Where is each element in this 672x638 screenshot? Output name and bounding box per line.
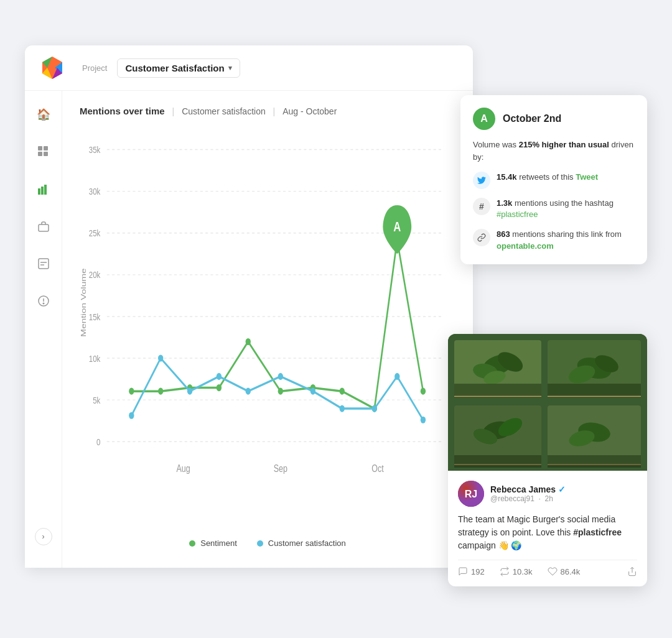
tweet-handle: @rebeccaj91 · 2h [490, 494, 637, 503]
legend-satisfaction-label: Customer satisfaction [268, 539, 346, 548]
tweet-hashtag: #plasticfree [573, 527, 622, 537]
tweet-body: RJ Rebecca James ✓ @rebeccaj91 · 2h [448, 471, 647, 586]
annotation-header: A October 2nd [473, 108, 635, 130]
svg-text:10k: 10k [89, 353, 101, 364]
chart-legend: Sentiment Customer satisfaction [80, 529, 455, 553]
svg-rect-14 [39, 224, 49, 231]
tweet-text: The team at Magic Burger's social media … [458, 513, 637, 552]
chevron-down-icon: ▾ [228, 64, 232, 72]
svg-rect-10 [44, 152, 48, 156]
retweet-count: 10.3k [513, 567, 533, 576]
svg-rect-65 [548, 384, 641, 396]
tweet-reply-button[interactable]: 192 [458, 566, 485, 576]
annotation-card: A October 2nd Volume was 215% higher tha… [460, 95, 647, 264]
project-label: Project [82, 63, 107, 73]
svg-rect-64 [454, 384, 541, 396]
satisfaction-dot [372, 405, 377, 412]
tweet-like-button[interactable]: 86.4k [548, 566, 581, 576]
svg-text:20k: 20k [89, 270, 101, 280]
svg-rect-66 [454, 455, 541, 468]
twitter-icon [473, 172, 490, 189]
sidebar-item-briefcase[interactable] [32, 215, 55, 238]
opentable-link[interactable]: opentable.com [497, 241, 554, 251]
project-name: Customer Satisfaction [125, 63, 224, 73]
main-card: Project Customer Satisfaction ▾ 🏠 [25, 45, 473, 568]
sidebar-item-analytics[interactable] [32, 178, 55, 200]
svg-rect-12 [41, 187, 44, 195]
tweet-card: RJ Rebecca James ✓ @rebeccaj91 · 2h [448, 334, 647, 586]
sidebar-item-grid[interactable] [32, 141, 55, 163]
hashtag-link[interactable]: #plasticfree [497, 210, 538, 219]
tweet-image [448, 334, 647, 471]
stat-text-link: 863 mentions sharing this link from open… [497, 229, 635, 251]
stat-row-link: 863 mentions sharing this link from open… [473, 229, 635, 251]
stat-row-hashtag: # 1.3k mentions using the hashtag #plast… [473, 198, 635, 220]
annotation-date: October 2nd [503, 113, 561, 124]
satisfaction-dot [158, 354, 163, 361]
sentiment-dot [340, 388, 345, 395]
marker-pin[interactable]: A [383, 205, 411, 254]
svg-text:5k: 5k [93, 395, 100, 405]
reply-count: 192 [471, 567, 485, 576]
sidebar-expand-button[interactable]: › [35, 528, 52, 545]
chart-title-main: Mentions over time [80, 106, 165, 116]
satisfaction-dot [421, 417, 426, 423]
stat-text-twitter: 15.4k retweets of this Tweet [497, 172, 598, 183]
tweet-link[interactable]: Tweet [576, 172, 598, 182]
legend-dot-sentiment [189, 540, 195, 547]
legend-sentiment-label: Sentiment [200, 539, 237, 548]
stat-text-hashtag: 1.3k mentions using the hashtag #plastic… [497, 198, 635, 220]
chart-wrapper: 35k 30k 25k 20k 15k 10k 5k 0 Mention Vol… [80, 129, 455, 529]
project-dropdown[interactable]: Customer Satisfaction ▾ [117, 58, 240, 78]
sentiment-line [131, 240, 423, 409]
hashtag-icon: # [473, 198, 490, 215]
sidebar-item-home[interactable]: 🏠 [32, 103, 55, 126]
satisfaction-dot [310, 388, 315, 395]
verified-badge: ✓ [558, 484, 566, 494]
tweet-user-row: RJ Rebecca James ✓ @rebeccaj91 · 2h [458, 481, 637, 507]
tweet-username: Rebecca James [490, 484, 556, 494]
sidebar-item-alerts[interactable] [32, 290, 55, 312]
chart-sep-1: | [170, 106, 177, 116]
legend-satisfaction: Customer satisfaction [257, 539, 346, 548]
satisfaction-dot [278, 373, 283, 380]
annotation-avatar: A [473, 108, 495, 130]
chart-subtitle: Customer satisfaction [182, 106, 266, 116]
svg-rect-15 [39, 259, 49, 269]
svg-text:A: A [393, 219, 401, 234]
svg-point-20 [43, 303, 44, 304]
app-logo [40, 55, 65, 80]
tweet-retweet-button[interactable]: 10.3k [500, 566, 533, 576]
sentiment-dot [158, 388, 163, 395]
svg-text:15k: 15k [89, 312, 101, 322]
satisfaction-dot [187, 388, 192, 395]
chart-sep-2: | [271, 106, 278, 116]
svg-rect-8 [44, 146, 48, 150]
chart-title-row: Mentions over time | Customer satisfacti… [80, 106, 455, 116]
sentiment-dot [129, 388, 134, 395]
sidebar-item-reports[interactable] [32, 252, 55, 275]
legend-dot-satisfaction [257, 540, 263, 547]
stat-row-twitter: 15.4k retweets of this Tweet [473, 172, 635, 189]
sentiment-dot [246, 338, 251, 345]
chart-date-range: Aug - October [282, 106, 337, 116]
svg-text:25k: 25k [89, 228, 101, 239]
svg-text:RJ: RJ [465, 489, 477, 499]
tweet-avatar: RJ [458, 481, 484, 507]
svg-text:35k: 35k [89, 145, 101, 155]
svg-rect-13 [44, 185, 47, 195]
satisfaction-dot [246, 388, 251, 395]
tweet-name-row: Rebecca James ✓ [490, 484, 637, 494]
legend-sentiment: Sentiment [189, 539, 237, 548]
svg-text:Mention Volume: Mention Volume [80, 268, 88, 336]
annotation-stats: 15.4k retweets of this Tweet # 1.3k ment… [473, 172, 635, 252]
sentiment-dot [421, 388, 426, 395]
tweet-share-button[interactable] [627, 566, 637, 576]
svg-text:Sep: Sep [274, 463, 287, 474]
scene: Project Customer Satisfaction ▾ 🏠 [25, 33, 647, 605]
header: Project Customer Satisfaction ▾ [25, 45, 473, 91]
svg-text:Oct: Oct [371, 463, 383, 474]
svg-rect-7 [38, 146, 42, 150]
satisfaction-dot [217, 373, 222, 380]
sentiment-dot [278, 388, 283, 395]
